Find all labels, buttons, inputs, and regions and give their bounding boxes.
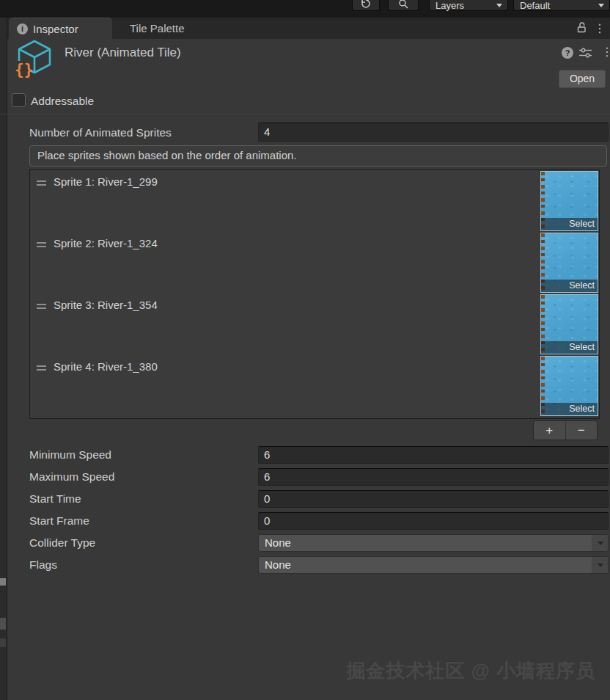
chevron-down-icon [496, 4, 502, 7]
list-footer: + − [533, 420, 598, 440]
header-kebab-menu-icon[interactable]: ⋮ [601, 46, 610, 58]
history-icon [361, 0, 371, 12]
select-button[interactable]: Select [541, 341, 598, 354]
help-icon[interactable]: ? [562, 47, 573, 59]
info-icon: i [17, 23, 28, 34]
sprite-list-row[interactable]: Sprite 3: River-1_354 Select [30, 294, 599, 355]
layers-dropdown[interactable]: Layers [429, 0, 508, 11]
search-button[interactable] [388, 0, 419, 11]
sprite-list-row[interactable]: Sprite 1: River-1_299 Select [30, 170, 599, 232]
tab-tile-palette[interactable]: Tile Palette [112, 18, 202, 39]
select-button[interactable]: Select [541, 403, 598, 415]
inspector-tabbar: i Inspector Tile Palette ⋮ [7, 18, 610, 39]
maximum-speed-field[interactable]: 6 [258, 468, 609, 486]
sprite-thumbnail[interactable]: Select [540, 294, 598, 354]
unity-editor-window: Layers Default i Inspector Tile Palette … [0, 0, 610, 700]
panel-edge-mark [0, 618, 6, 630]
asset-title: River (Animated Tile) [65, 45, 181, 60]
collider-type-label: Collider Type [29, 536, 95, 550]
tab-inspector-label: Inspector [33, 23, 78, 35]
drag-handle-icon[interactable] [37, 242, 46, 249]
addressable-checkbox[interactable] [12, 93, 26, 107]
watermark-text: 掘金技术社区 @ 小墙程序员 [346, 658, 595, 684]
select-button[interactable]: Select [541, 280, 598, 292]
add-sprite-button[interactable]: + [534, 421, 565, 440]
panel-edge-mark [0, 638, 6, 647]
presets-icon[interactable] [579, 48, 592, 61]
start-time-label: Start Time [29, 492, 81, 506]
animated-tile-asset-icon: {} [15, 38, 54, 78]
start-time-field[interactable]: 0 [258, 490, 609, 508]
number-of-sprites-label: Number of Animated Sprites [29, 126, 172, 139]
minimum-speed-field[interactable]: 6 [258, 446, 609, 464]
collider-type-value: None [265, 536, 291, 549]
adjacent-panel-edge [0, 18, 7, 700]
dropdown-cap [592, 535, 608, 551]
help-box: Place sprites shown based on the order o… [29, 145, 607, 167]
history-button[interactable] [352, 0, 380, 11]
layout-dropdown-label: Default [514, 0, 550, 11]
sprite-label: Sprite 4: River-1_380 [54, 360, 158, 373]
flags-label: Flags [29, 558, 57, 572]
open-button[interactable]: Open [559, 70, 606, 88]
sprite-label: Sprite 1: River-1_299 [54, 175, 158, 188]
sprite-list-row[interactable]: Sprite 4: River-1_380 Select [30, 355, 599, 417]
tab-tile-palette-label: Tile Palette [130, 22, 184, 34]
chevron-down-icon [598, 542, 603, 545]
select-button[interactable]: Select [541, 218, 598, 230]
remove-sprite-button[interactable]: − [565, 421, 598, 440]
drag-handle-icon[interactable] [37, 365, 46, 373]
lock-icon[interactable] [577, 21, 587, 36]
tab-kebab-menu-icon[interactable]: ⋮ [594, 23, 606, 34]
sprite-list-row[interactable]: Sprite 2: River-1_324 Select [30, 232, 599, 294]
drag-handle-icon[interactable] [37, 304, 46, 311]
layout-dropdown[interactable]: Default [513, 0, 610, 11]
flags-dropdown[interactable]: None [258, 556, 609, 574]
section-divider [0, 114, 610, 114]
svg-text:{}: {} [15, 61, 33, 78]
sprite-thumbnail[interactable]: Select [540, 233, 598, 293]
sprite-label: Sprite 3: River-1_354 [54, 299, 158, 311]
minimum-speed-label: Minimum Speed [29, 448, 111, 462]
sprite-label: Sprite 2: River-1_324 [54, 237, 158, 249]
panel-edge-mark [0, 578, 6, 586]
search-icon [398, 0, 408, 12]
maximum-speed-label: Maximum Speed [29, 470, 114, 484]
start-frame-label: Start Frame [29, 514, 89, 528]
main-toolbar: Layers Default [0, 0, 610, 18]
sprite-thumbnail[interactable]: Select [540, 356, 598, 416]
number-of-sprites-field[interactable]: 4 [258, 123, 609, 142]
sprite-thumbnail[interactable]: Select [540, 171, 598, 231]
drag-handle-icon[interactable] [37, 181, 46, 188]
collider-type-dropdown[interactable]: None [258, 534, 609, 552]
chevron-down-icon [598, 564, 603, 567]
chevron-down-icon [598, 4, 604, 7]
flags-value: None [265, 558, 291, 571]
sprite-list: Sprite 1: River-1_299 Select Sprite 2: R… [29, 169, 600, 419]
dropdown-cap [592, 557, 608, 573]
layers-dropdown-label: Layers [430, 0, 464, 11]
tab-inspector[interactable]: i Inspector [9, 18, 112, 39]
start-frame-field[interactable]: 0 [258, 512, 609, 530]
addressable-label: Addressable [31, 95, 94, 108]
